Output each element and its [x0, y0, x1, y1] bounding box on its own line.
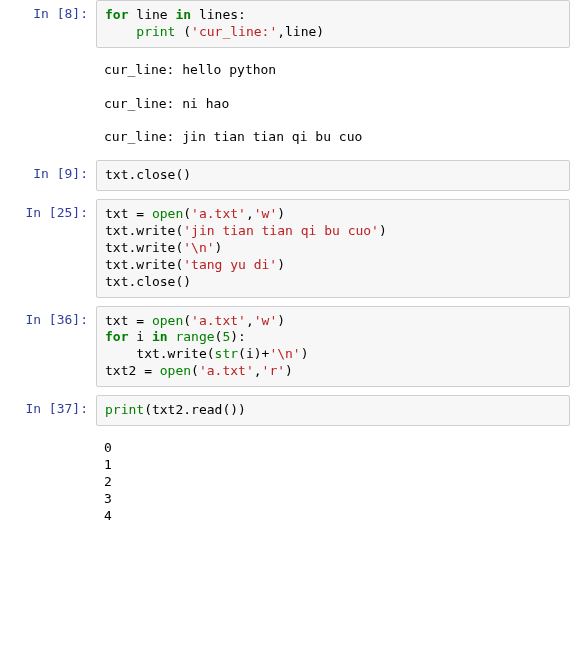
- string-token: 'cur_line:': [191, 24, 277, 39]
- text-token: txt.close: [105, 167, 175, 182]
- output-cell: cur_line: hello python cur_line: ni hao …: [0, 56, 570, 152]
- keyword-token: for: [105, 7, 128, 22]
- input-prompt: In [36]:: [0, 306, 96, 388]
- input-prompt: In [25]:: [0, 199, 96, 297]
- paren-token: (): [175, 167, 191, 182]
- text-token: lines:: [191, 7, 246, 22]
- text-token: (: [191, 363, 199, 378]
- text-token: [105, 24, 136, 39]
- string-token: 'tang yu di': [183, 257, 277, 272]
- builtin-token: str: [215, 346, 238, 361]
- string-token: 'a.txt': [199, 363, 254, 378]
- text-token: ): [277, 313, 285, 328]
- code-input[interactable]: txt.close(): [96, 160, 570, 191]
- string-token: 'a.txt': [191, 313, 246, 328]
- code-input[interactable]: print(txt2.read()): [96, 395, 570, 426]
- code-cell: In [25]:txt = open('a.txt','w') txt.writ…: [0, 199, 570, 297]
- builtin-token: open: [160, 363, 191, 378]
- text-token: txt: [105, 313, 136, 328]
- builtin-token: open: [152, 206, 183, 221]
- text-token: ,: [246, 206, 254, 221]
- text-token: =: [136, 206, 152, 221]
- text-token: ): [379, 223, 387, 238]
- text-token: ,: [246, 313, 254, 328]
- builtin-token: print: [136, 24, 175, 39]
- text-token: ): [277, 257, 285, 272]
- text-token: =: [136, 313, 152, 328]
- text-token: line: [128, 7, 175, 22]
- text-token: (i): [238, 346, 261, 361]
- string-token: 'jin tian tian qi bu cuo': [183, 223, 379, 238]
- text-token: ): [277, 206, 285, 221]
- output-prompt: [0, 434, 96, 530]
- string-token: '\n': [183, 240, 214, 255]
- output-cell: 0 1 2 3 4: [0, 434, 570, 530]
- text-token: txt.write(: [105, 257, 183, 272]
- text-token: i: [128, 329, 151, 344]
- input-prompt: In [37]:: [0, 395, 96, 426]
- text-token: (: [175, 24, 191, 39]
- text-token: txt2: [105, 363, 144, 378]
- text-token: txt.close: [105, 274, 175, 289]
- text-token: ): [215, 240, 223, 255]
- keyword-token: in: [152, 329, 168, 344]
- code-input[interactable]: txt = open('a.txt','w') for i in range(5…: [96, 306, 570, 388]
- text-token: (txt2.read: [144, 402, 222, 417]
- input-prompt: In [8]:: [0, 0, 96, 48]
- builtin-token: open: [152, 313, 183, 328]
- paren-token: (): [175, 274, 191, 289]
- code-input[interactable]: txt = open('a.txt','w') txt.write('jin t…: [96, 199, 570, 297]
- text-token: (: [183, 206, 191, 221]
- input-prompt: In [9]:: [0, 160, 96, 191]
- text-token: =: [144, 363, 160, 378]
- text-token: txt.write(: [105, 346, 215, 361]
- text-token: ,line): [277, 24, 324, 39]
- output-text: cur_line: hello python cur_line: ni hao …: [96, 56, 570, 152]
- text-token: ):: [230, 329, 246, 344]
- notebook-container: In [8]:for line in lines: print ('cur_li…: [0, 0, 570, 530]
- string-token: 'r': [262, 363, 285, 378]
- text-token: (: [183, 313, 191, 328]
- code-cell: In [37]:print(txt2.read()): [0, 395, 570, 426]
- keyword-token: in: [175, 7, 191, 22]
- text-token: txt.write(: [105, 240, 183, 255]
- keyword-token: for: [105, 329, 128, 344]
- string-token: '\n': [269, 346, 300, 361]
- builtin-token: print: [105, 402, 144, 417]
- text-token: ): [301, 346, 309, 361]
- string-token: 'w': [254, 206, 277, 221]
- builtin-token: range: [175, 329, 214, 344]
- string-token: 'w': [254, 313, 277, 328]
- text-token: txt.write(: [105, 223, 183, 238]
- paren-token: (): [222, 402, 238, 417]
- code-cell: In [9]:txt.close(): [0, 160, 570, 191]
- output-prompt: [0, 56, 96, 152]
- code-cell: In [36]:txt = open('a.txt','w') for i in…: [0, 306, 570, 388]
- code-cell: In [8]:for line in lines: print ('cur_li…: [0, 0, 570, 48]
- text-token: ): [285, 363, 293, 378]
- text-token: txt: [105, 206, 136, 221]
- string-token: 'a.txt': [191, 206, 246, 221]
- text-token: ): [238, 402, 246, 417]
- output-text: 0 1 2 3 4: [96, 434, 570, 530]
- text-token: ,: [254, 363, 262, 378]
- code-input[interactable]: for line in lines: print ('cur_line:',li…: [96, 0, 570, 48]
